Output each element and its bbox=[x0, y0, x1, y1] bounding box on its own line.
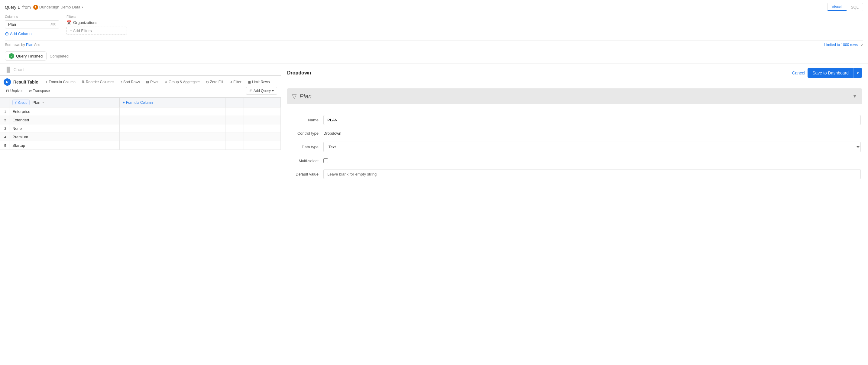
multiselect-row: Multi-select bbox=[288, 158, 861, 163]
chart-bar-icon: ▐▌ bbox=[5, 67, 12, 72]
query-status-row: ✓ Query Finished Completed − bbox=[5, 49, 863, 63]
column-chip-name: Plan bbox=[8, 22, 16, 27]
plan-cell: Premium bbox=[9, 133, 120, 141]
limit-rows-button[interactable]: ▦ Limit Rows bbox=[245, 79, 272, 85]
funnel-icon: ▽ bbox=[292, 93, 297, 100]
row-number: 4 bbox=[0, 133, 9, 141]
control-type-value: Dropdown bbox=[323, 131, 861, 136]
datasource-dropdown-icon[interactable]: ▾ bbox=[82, 5, 83, 9]
zero-fill-icon: ⊘ bbox=[206, 80, 209, 84]
group-badge[interactable]: ∨ Group bbox=[12, 100, 30, 105]
default-value-input[interactable] bbox=[323, 169, 861, 179]
plus-icon: + bbox=[123, 101, 125, 105]
default-value-row: Default value bbox=[288, 169, 861, 179]
column-chip-plan[interactable]: Plan ABC bbox=[5, 20, 59, 28]
filters-label: Filters bbox=[66, 15, 863, 19]
query-finished-label: Query Finished bbox=[16, 54, 42, 58]
datasource-name: Dundersign Demo Data bbox=[39, 5, 81, 9]
formula-column-button[interactable]: + Formula Column bbox=[43, 79, 78, 85]
sort-expand-button[interactable]: ∨ bbox=[860, 43, 863, 47]
zero-fill-button[interactable]: ⊘ Zero Fill bbox=[204, 79, 225, 85]
chart-area: ▐▌ Chart bbox=[0, 64, 281, 75]
plus-icon: + bbox=[45, 80, 48, 84]
filter-icon: ⊿ bbox=[229, 80, 232, 84]
columns-label: Columns bbox=[5, 15, 59, 19]
datasource-badge: P Dundersign Demo Data ▾ bbox=[33, 5, 83, 10]
group-aggregate-button[interactable]: ⊛ Group & Aggregate bbox=[162, 79, 202, 85]
data-type-row: Data type Text Number Boolean Date bbox=[288, 142, 861, 152]
sort-column: Plan bbox=[26, 43, 33, 47]
sort-text: Sort rows by Plan Asc bbox=[5, 43, 40, 47]
filters-section: Filters 📅 Organizations + Add Filters bbox=[66, 15, 863, 38]
calendar-icon: 📅 bbox=[66, 20, 71, 25]
empty-cell-4 bbox=[262, 141, 281, 150]
col-sort-icon[interactable]: ▾ bbox=[42, 101, 44, 105]
plan-col-label: Plan bbox=[33, 100, 40, 105]
tab-visual[interactable]: Visual bbox=[828, 3, 846, 11]
pivot-button[interactable]: ⊞ Pivot bbox=[144, 79, 161, 85]
empty-cell-3 bbox=[244, 133, 262, 141]
tab-sql[interactable]: SQL bbox=[846, 3, 863, 11]
transpose-icon: ⇌ bbox=[29, 89, 32, 93]
plan-cell: Enterprise bbox=[9, 107, 120, 116]
empty-cell-4 bbox=[262, 133, 281, 141]
multiselect-label: Multi-select bbox=[288, 159, 318, 163]
cancel-button[interactable]: Cancel bbox=[792, 71, 805, 75]
name-row: Name bbox=[288, 115, 861, 125]
preview-content: ▽ Plan bbox=[292, 93, 312, 100]
plan-column-header: ∨ Group Plan ▾ bbox=[9, 98, 120, 107]
control-type-label: Control type bbox=[288, 131, 318, 136]
result-table: ∨ Group Plan ▾ + Formula Column bbox=[0, 97, 281, 150]
group-icon: ⊛ bbox=[164, 80, 167, 84]
data-type-select[interactable]: Text Number Boolean Date bbox=[323, 142, 861, 152]
filter-button[interactable]: ⊿ Filter bbox=[227, 79, 244, 85]
sort-row: Sort rows by Plan Asc Limited to 1000 ro… bbox=[5, 40, 863, 49]
add-query-button[interactable]: ⊞ Add Query ▾ bbox=[246, 87, 277, 95]
group-label: Group bbox=[18, 101, 28, 105]
left-panel: ▐▌ Chart R Result Table + Formula Column… bbox=[0, 64, 281, 365]
table-row: 2 Extended bbox=[0, 116, 281, 124]
result-title: Result Table bbox=[13, 80, 38, 84]
limit-text: Limited to 1000 rows bbox=[824, 43, 858, 47]
save-to-dashboard-button[interactable]: Save to Dashboard bbox=[808, 68, 854, 78]
add-column-button[interactable]: ⊕ Add Column bbox=[5, 30, 32, 38]
sort-rows-button[interactable]: ↕ Sort Rows bbox=[118, 79, 142, 85]
multiselect-checkbox[interactable] bbox=[323, 158, 328, 163]
empty-cell-4 bbox=[262, 116, 281, 124]
empty-cell-2 bbox=[225, 141, 244, 150]
empty-cell-1 bbox=[119, 133, 225, 141]
org-filter-label: Organizations bbox=[73, 20, 97, 25]
add-filter-button[interactable]: + Add Filters bbox=[66, 27, 127, 35]
name-input[interactable] bbox=[323, 115, 861, 125]
transpose-button[interactable]: ⇌ Transpose bbox=[26, 87, 52, 94]
query-area: Query 1 from P Dundersign Demo Data ▾ Vi… bbox=[0, 0, 868, 64]
query-title-group: Query 1 from P Dundersign Demo Data ▾ bbox=[5, 5, 83, 10]
datasource-icon: P bbox=[33, 5, 38, 10]
sort-direction: Asc bbox=[34, 43, 40, 47]
save-dropdown-arrow[interactable]: ▾ bbox=[854, 68, 862, 78]
add-formula-column-button[interactable]: + Formula Column bbox=[123, 101, 153, 105]
empty-cell-4 bbox=[262, 124, 281, 133]
add-query-icon: ⊞ bbox=[249, 89, 252, 93]
unpivot-button[interactable]: ⊟ Unpivot bbox=[4, 87, 25, 94]
preview-label: Plan bbox=[300, 93, 312, 100]
empty-cell-1 bbox=[119, 124, 225, 133]
completed-label: Completed bbox=[50, 54, 69, 58]
empty-cell-3 bbox=[244, 124, 262, 133]
form-section: Name Control type Dropdown Data type Tex… bbox=[281, 110, 868, 184]
table-row: 5 Startup bbox=[0, 141, 281, 150]
table-row: 1 Enterprise bbox=[0, 107, 281, 116]
table-row: 4 Premium bbox=[0, 133, 281, 141]
right-panel-header: Dropdown Cancel Save to Dashboard ▾ bbox=[281, 64, 868, 82]
collapse-button[interactable]: − bbox=[860, 53, 863, 59]
limit-icon: ▦ bbox=[248, 80, 251, 84]
table-row: 3 None bbox=[0, 124, 281, 133]
view-tabs: Visual SQL bbox=[827, 3, 863, 11]
right-panel: Dropdown Cancel Save to Dashboard ▾ ▽ Pl… bbox=[281, 64, 868, 365]
empty-cell-2 bbox=[225, 107, 244, 116]
reorder-columns-button[interactable]: ⇅ Reorder Columns bbox=[79, 79, 117, 85]
result-toolbar: R Result Table + Formula Column ⇅ Reorde… bbox=[0, 75, 281, 97]
columns-section: Columns Plan ABC ⊕ Add Column bbox=[5, 15, 59, 38]
add-query-dropdown-icon: ▾ bbox=[272, 89, 274, 93]
result-title-area: R Result Table bbox=[4, 78, 38, 86]
